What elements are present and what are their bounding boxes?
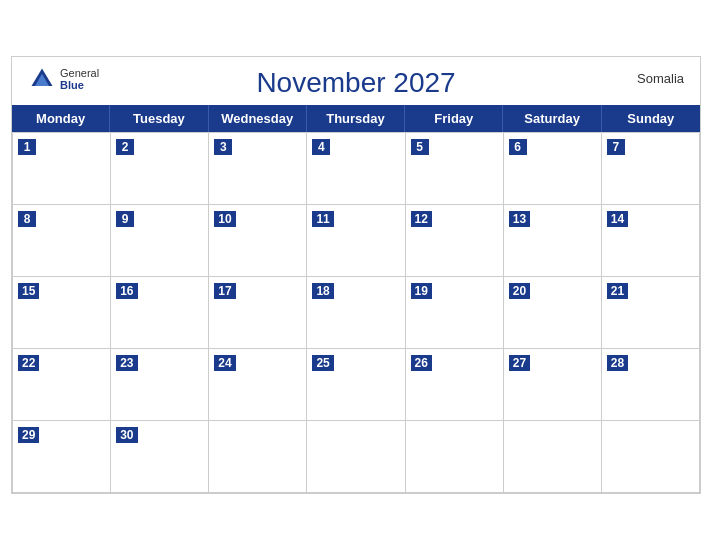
day-number: 6 [509,139,527,155]
day-header-monday: Monday [12,105,110,132]
logo: General Blue [28,65,99,93]
day-cell-9: 9 [111,205,209,277]
day-cell-15: 15 [13,277,111,349]
day-number: 26 [411,355,432,371]
day-number: 2 [116,139,134,155]
empty-cell [307,421,405,493]
calendar-header: General Blue November 2027 Somalia [12,57,700,105]
day-number: 7 [607,139,625,155]
day-cell-4: 4 [307,133,405,205]
day-number: 23 [116,355,137,371]
logo-icon [28,65,56,93]
day-cell-10: 10 [209,205,307,277]
day-cell-27: 27 [504,349,602,421]
day-cell-29: 29 [13,421,111,493]
day-cell-2: 2 [111,133,209,205]
day-number: 11 [312,211,333,227]
calendar-grid: 1234567891011121314151617181920212223242… [12,132,700,493]
day-number: 29 [18,427,39,443]
day-number: 15 [18,283,39,299]
month-year-title: November 2027 [256,67,455,99]
day-number: 8 [18,211,36,227]
day-number: 1 [18,139,36,155]
logo-blue: Blue [60,79,99,91]
day-number: 21 [607,283,628,299]
day-number: 14 [607,211,628,227]
day-number: 16 [116,283,137,299]
day-number: 20 [509,283,530,299]
day-cell-25: 25 [307,349,405,421]
day-cell-24: 24 [209,349,307,421]
day-cell-21: 21 [602,277,700,349]
day-number: 4 [312,139,330,155]
day-cell-3: 3 [209,133,307,205]
day-number: 27 [509,355,530,371]
day-header-sunday: Sunday [602,105,700,132]
day-cell-20: 20 [504,277,602,349]
day-number: 17 [214,283,235,299]
day-cell-18: 18 [307,277,405,349]
day-headers: MondayTuesdayWednesdayThursdayFridaySatu… [12,105,700,132]
day-header-tuesday: Tuesday [110,105,208,132]
day-number: 30 [116,427,137,443]
day-number: 18 [312,283,333,299]
day-header-saturday: Saturday [503,105,601,132]
day-cell-17: 17 [209,277,307,349]
empty-cell [602,421,700,493]
day-cell-19: 19 [406,277,504,349]
day-cell-6: 6 [504,133,602,205]
day-cell-16: 16 [111,277,209,349]
logo-general: General [60,67,99,79]
day-number: 28 [607,355,628,371]
day-cell-26: 26 [406,349,504,421]
day-number: 13 [509,211,530,227]
day-number: 19 [411,283,432,299]
day-cell-1: 1 [13,133,111,205]
calendar: General Blue November 2027 Somalia Monda… [11,56,701,494]
day-cell-28: 28 [602,349,700,421]
country-label: Somalia [637,71,684,86]
day-cell-23: 23 [111,349,209,421]
day-cell-8: 8 [13,205,111,277]
day-number: 9 [116,211,134,227]
day-header-thursday: Thursday [307,105,405,132]
day-header-wednesday: Wednesday [209,105,307,132]
day-cell-7: 7 [602,133,700,205]
day-cell-11: 11 [307,205,405,277]
day-cell-5: 5 [406,133,504,205]
day-number: 22 [18,355,39,371]
day-cell-14: 14 [602,205,700,277]
day-number: 12 [411,211,432,227]
day-number: 24 [214,355,235,371]
day-header-friday: Friday [405,105,503,132]
day-number: 25 [312,355,333,371]
day-cell-13: 13 [504,205,602,277]
day-cell-12: 12 [406,205,504,277]
empty-cell [406,421,504,493]
day-number: 3 [214,139,232,155]
day-number: 5 [411,139,429,155]
day-number: 10 [214,211,235,227]
day-cell-22: 22 [13,349,111,421]
empty-cell [504,421,602,493]
day-cell-30: 30 [111,421,209,493]
empty-cell [209,421,307,493]
